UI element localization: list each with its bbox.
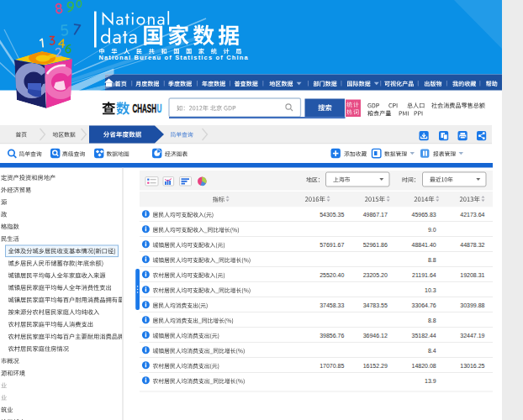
svg-text:23205.20: 23205.20 [363, 272, 388, 278]
svg-text:37458.33: 37458.33 [320, 302, 344, 308]
svg-text:8.4: 8.4 [428, 348, 436, 354]
svg-text:34783.55: 34783.55 [363, 302, 388, 308]
svg-text:57691.67: 57691.67 [320, 242, 344, 248]
svg-text:21191.64: 21191.64 [412, 272, 436, 278]
svg-text:9.0: 9.0 [428, 227, 436, 233]
svg-text:10.3: 10.3 [425, 287, 436, 293]
svg-text:42173.64: 42173.64 [460, 212, 484, 218]
svg-text:25520.40: 25520.40 [320, 272, 344, 278]
svg-text:8.8: 8.8 [428, 318, 436, 323]
svg-text:39856.76: 39856.76 [320, 333, 344, 339]
svg-text:52961.86: 52961.86 [363, 242, 388, 248]
svg-text:35182.44: 35182.44 [411, 333, 436, 339]
svg-text:48841.40: 48841.40 [411, 242, 436, 248]
svg-text:49867.17: 49867.17 [363, 212, 388, 218]
svg-text:33064.76: 33064.76 [411, 302, 436, 308]
svg-text:13016.25: 13016.25 [460, 363, 484, 369]
svg-text:13.9: 13.9 [425, 378, 436, 384]
svg-text:8.8: 8.8 [428, 257, 436, 263]
svg-text:17070.85: 17070.85 [320, 363, 344, 369]
svg-text:U: U [157, 101, 162, 115]
svg-text:36946.12: 36946.12 [363, 333, 388, 339]
svg-text:45965.83: 45965.83 [411, 212, 436, 218]
svg-text:National Bureau of Statistics: National Bureau of Statistics of China [99, 54, 249, 61]
svg-text:CHASH: CHASH [133, 101, 157, 115]
svg-text:30399.88: 30399.88 [460, 302, 484, 308]
svg-text:54305.35: 54305.35 [320, 212, 344, 218]
svg-text:32447.19: 32447.19 [460, 333, 484, 339]
svg-text:16152.29: 16152.29 [363, 363, 388, 369]
svg-text:14820.08: 14820.08 [411, 363, 436, 369]
svg-text:44878.32: 44878.32 [460, 242, 484, 248]
svg-text:19208.31: 19208.31 [460, 272, 484, 278]
